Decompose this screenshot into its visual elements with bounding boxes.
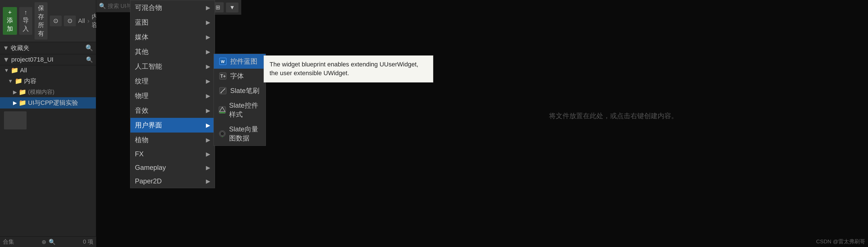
import-button[interactable]: ↑ 导入	[19, 7, 32, 35]
add-icon[interactable]: ⊕	[41, 239, 46, 245]
tree-item-content[interactable]: ▼ 📁 内容	[0, 75, 96, 87]
menu-label: 物理	[135, 91, 149, 100]
collect-label: 合集	[3, 238, 14, 246]
menu-label: 可混合物	[135, 3, 162, 12]
menu-item-ui[interactable]: 用户界面 ▶	[130, 118, 215, 133]
bottom-bar: 合集 ⊕ 🔍 0 项	[0, 236, 96, 247]
tree-label-sub: (模糊内容)	[28, 88, 54, 96]
menu-label: 蓝图	[135, 18, 149, 27]
submenu-item-slate-style[interactable]: Slate控件样式	[214, 98, 266, 122]
submenu-arrow: ▶	[206, 137, 210, 143]
menu-label: 媒体	[135, 33, 149, 41]
menu-item-other[interactable]: 其他 ▶	[130, 44, 215, 59]
menu-item-paper2d[interactable]: Paper2D ▶	[130, 174, 215, 188]
submenu-arrow: ▶	[206, 78, 210, 84]
svg-text:T+: T+	[220, 74, 226, 78]
submenu-arrow: ▶	[206, 63, 210, 70]
submenu-item-widget-bp[interactable]: W 控件蓝图	[214, 54, 266, 69]
search-bottom-icon[interactable]: 🔍	[49, 239, 56, 245]
menu-label: 纹理	[135, 77, 149, 85]
folder-icon: 📁	[15, 77, 22, 85]
favorites-section: ▼ 收藏夹 🔍	[0, 42, 96, 54]
submenu-item-slate-vector[interactable]: Slate向量图数据	[214, 122, 266, 146]
slate-style-icon	[218, 105, 226, 114]
submenu-arrow: ▶	[206, 34, 210, 40]
folder-icon: 📁	[11, 67, 19, 74]
widget-submenu: W 控件蓝图 T+ 字体 Slate笔刷	[214, 54, 266, 146]
slate-brush-icon	[218, 86, 227, 95]
project-arrow: ▼	[3, 56, 10, 64]
tree-label-ui: UI与CPP逻辑实验	[28, 99, 78, 107]
filter-button[interactable]: ⊙	[64, 15, 76, 26]
submenu-arrow: ▶	[206, 48, 210, 55]
tree-item-sub[interactable]: ▶ 📁 (模糊内容)	[0, 87, 96, 97]
submenu-arrow: ▶	[206, 178, 210, 184]
tree-item-all[interactable]: ▼ 📁 All	[0, 65, 96, 75]
menu-label: 植物	[135, 135, 149, 144]
menu-item-audio[interactable]: 音效 ▶	[130, 103, 215, 118]
expand-arrow: ▶	[13, 89, 17, 95]
menu-label: 用户界面	[135, 121, 162, 130]
submenu-arrow: ▶	[206, 4, 210, 11]
search-icon[interactable]: 🔍	[85, 44, 93, 52]
settings-button[interactable]: ⊙	[50, 15, 62, 26]
add-button[interactable]: + 添加	[3, 7, 17, 35]
menu-item-blueprint[interactable]: 蓝图 ▶	[130, 15, 215, 30]
breadcrumb-all: All	[78, 17, 85, 25]
menu-item-media[interactable]: 媒体 ▶	[130, 30, 215, 44]
menu-label: 其他	[135, 47, 149, 56]
project-label: project0718_UI	[11, 56, 54, 63]
submenu-arrow: ▶	[206, 19, 210, 26]
expand-arrow: ▶	[13, 100, 17, 106]
tooltip-box: The widget blueprint enables extending U…	[264, 56, 433, 82]
submenu-label: Slate向量图数据	[229, 125, 261, 143]
context-menu: 可混合物 ▶ 蓝图 ▶ 媒体 ▶ 其他 ▶ 人工智能 ▶ 纹理 ▶ 物理 ▶ 音…	[130, 0, 215, 188]
folder-icon: 📁	[19, 89, 26, 96]
menu-item-ai[interactable]: 人工智能 ▶	[130, 59, 215, 74]
submenu-label: 控件蓝图	[230, 57, 257, 66]
expand-arrow: ▼	[4, 68, 9, 73]
item-count: 0 项	[83, 238, 93, 246]
submenu-arrow: ▶	[206, 93, 210, 99]
menu-item-texture[interactable]: 纹理 ▶	[130, 74, 215, 89]
left-panel: + 添加 ↑ 导入 保存所有 ⊙ ⊙ All › 内容 › ▼ 收藏夹 🔍 ▼ …	[0, 0, 96, 247]
menu-item-mixable[interactable]: 可混合物 ▶	[130, 0, 215, 15]
save-button[interactable]: 保存所有	[34, 2, 48, 40]
menu-label: FX	[135, 150, 144, 158]
submenu-arrow: ▶	[206, 164, 210, 171]
submenu-label: Slate笔刷	[230, 86, 259, 95]
menu-item-gameplay[interactable]: Gameplay ▶	[130, 161, 215, 174]
font-icon: T+	[218, 71, 227, 80]
menu-item-fx[interactable]: FX ▶	[130, 147, 215, 161]
menu-label: 音效	[135, 106, 149, 115]
submenu-label: 字体	[230, 71, 244, 80]
menu-label: 人工智能	[135, 62, 162, 71]
drop-area: 将文件放置在此处，或点击右键创建内容。	[359, 17, 868, 215]
file-tree: ▼ 📁 All ▼ 📁 内容 ▶ 📁 (模糊内容) ▶ 📁 UI与CPP逻辑实验	[0, 65, 96, 247]
svg-point-11	[220, 132, 224, 136]
slate-vector-icon	[218, 129, 226, 138]
toolbar: + 添加 ↑ 导入 保存所有 ⊙ ⊙ All › 内容 ›	[0, 0, 96, 42]
breadcrumb-sep: ›	[87, 17, 89, 25]
expand-arrow: ▼	[8, 78, 13, 84]
tree-item-ui[interactable]: ▶ 📁 UI与CPP逻辑实验	[0, 97, 96, 108]
tree-label: 内容	[24, 77, 36, 85]
submenu-item-font[interactable]: T+ 字体	[214, 69, 266, 83]
menu-item-physics[interactable]: 物理 ▶	[130, 89, 215, 103]
menu-label: Paper2D	[135, 177, 162, 185]
submenu-arrow: ▶	[206, 107, 210, 114]
menu-label: Gameplay	[135, 164, 166, 172]
tooltip-text: The widget blueprint enables extending U…	[270, 61, 418, 77]
project-search-icon[interactable]: 🔍	[86, 56, 93, 63]
folder-icon: 📁	[19, 99, 26, 107]
menu-item-plant[interactable]: 植物 ▶	[130, 133, 215, 147]
widget-bp-icon: W	[218, 57, 227, 66]
watermark: CSDN @雷太弗刷哥	[816, 238, 865, 245]
submenu-arrow: ▶	[206, 122, 210, 129]
submenu-arrow: ▶	[206, 151, 210, 157]
svg-text:W: W	[221, 59, 225, 64]
tree-label: All	[20, 67, 27, 74]
favorites-arrow: ▼	[3, 44, 9, 52]
submenu-item-slate-brush[interactable]: Slate笔刷	[214, 83, 266, 98]
filter-toggle[interactable]: ▼	[226, 3, 239, 12]
